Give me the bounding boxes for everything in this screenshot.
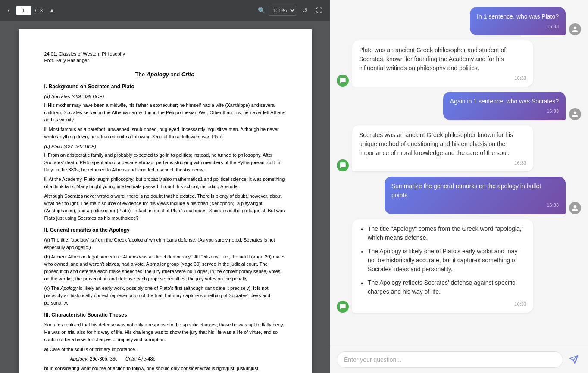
theses-item-b: b) In considering what course of action … [44, 365, 286, 372]
doc-title: The Apology and Crito [44, 70, 286, 79]
zoom-select[interactable]: 100% 50% 75% 125% 150% [269, 6, 296, 16]
theses-item-a-refs: Apology: 29e-30b, 36c Crito: 47e-48b [44, 355, 286, 363]
assistant-bullet-list: The title "Apology" comes from the Greek… [359, 224, 526, 296]
user-avatar-5 [569, 202, 581, 214]
message-row-4: Socrates was an ancient Greek philosophe… [337, 125, 581, 172]
chat-input-area [330, 346, 588, 373]
assistant-message-6: The title "Apology" comes from the Greek… [352, 219, 533, 313]
plato-p2: ii. At the Academy, Plato taught philoso… [44, 176, 286, 190]
refresh-button[interactable]: ↺ [300, 5, 310, 16]
user-message-5-text: Summarize the general remarks on the apo… [391, 183, 541, 199]
theses-item-a: a) Care of the soul is of primary import… [44, 346, 286, 353]
assistant-avatar-4 [337, 159, 349, 171]
socrates-p2: ii. Most famous as a barefoot, unwashed,… [44, 126, 286, 140]
user-message-3-time: 16:33 [450, 108, 559, 115]
page-separator: / [35, 7, 37, 14]
user-message-3: Again in 1 sentence, who was Socrates? 1… [443, 92, 566, 120]
user-message-5-time: 16:33 [391, 202, 559, 209]
assistant-message-4-time: 16:33 [359, 159, 526, 167]
assistant-message-6-time: 16:33 [359, 301, 526, 308]
bullet-item-1: The title "Apology" comes from the Greek… [359, 224, 526, 242]
user-message-1-text: In 1 sentence, who was Plato? [477, 13, 559, 20]
search-icon: 🔍 [258, 7, 265, 14]
section-3-heading: III. Characteristic Socratic Theses [44, 311, 286, 319]
assistant-message-2: Plato was an ancient Greek philosopher a… [352, 40, 533, 87]
message-row-1: In 1 sentence, who was Plato? 16:33 [337, 7, 581, 35]
pdf-toolbar: ‹ / 3 ▲ 🔍 100% 50% 75% 125% 150% ↺ ⛶ [0, 0, 330, 21]
assistant-message-2-time: 16:33 [359, 75, 526, 82]
apology-remark-a: (a) The title: 'apology' is from the Gre… [44, 236, 286, 251]
user-message-3-text: Again in 1 sentence, who was Socrates? [450, 98, 559, 105]
page-total: 3 [40, 7, 43, 14]
sub-heading-plato: (b) Plato (427–347 BCE) [44, 143, 286, 150]
message-row-6: The title "Apology" comes from the Greek… [337, 219, 581, 313]
plato-p1: i. From an aristocratic family and proba… [44, 152, 286, 174]
fullscreen-button[interactable]: ⛶ [313, 5, 325, 16]
bullet-item-3: The Apology reflects Socrates' defense a… [359, 278, 526, 296]
bullet-item-2: The Apology is likely one of Plato's ear… [359, 247, 526, 274]
assistant-message-2-text: Plato was an ancient Greek philosopher a… [359, 47, 506, 71]
chat-input[interactable] [337, 351, 563, 368]
user-avatar-3 [569, 108, 581, 120]
user-message-1-time: 16:33 [477, 23, 559, 30]
user-avatar-1 [569, 23, 581, 35]
doc-line1: 24.01: Classics of Western Philosophy [44, 51, 286, 57]
assistant-message-4: Socrates was an ancient Greek philosophe… [352, 125, 533, 172]
message-row-5: Summarize the general remarks on the apo… [337, 177, 581, 214]
message-row-3: Again in 1 sentence, who was Socrates? 1… [337, 92, 581, 120]
pdf-panel: ‹ / 3 ▲ 🔍 100% 50% 75% 125% 150% ↺ ⛶ 24.… [0, 0, 330, 373]
apology-remark-c: (c) The Apology is likely an early work,… [44, 285, 286, 307]
section-1-heading: I. Background on Socrates and Plato [44, 83, 286, 90]
send-button[interactable] [566, 352, 581, 367]
send-icon [569, 355, 579, 364]
socratic-theses-para: Socrates realized that his defense was n… [44, 321, 286, 343]
sub-heading-socrates: (a) Socrates (469–399 BCE) [44, 93, 286, 100]
assistant-avatar-6 [337, 301, 349, 313]
assistant-message-4-text: Socrates was an ancient Greek philosophe… [359, 131, 513, 156]
apology-remark-b: (b) Ancient Athenian legal procedure: At… [44, 253, 286, 283]
user-message-1: In 1 sentence, who was Plato? 16:33 [470, 7, 566, 35]
pdf-content-area: 24.01: Classics of Western Philosophy Pr… [0, 21, 330, 373]
socrates-general-para: Although Socrates never wrote a word, th… [44, 193, 286, 222]
prev-page-button[interactable]: ‹ [5, 5, 13, 16]
doc-line2: Prof. Sally Haslanger [44, 57, 286, 64]
section-2-heading: II. General remarks on the Apology [44, 226, 286, 234]
up-button[interactable]: ▲ [47, 5, 58, 16]
assistant-avatar-2 [337, 75, 349, 87]
user-message-5: Summarize the general remarks on the apo… [385, 177, 566, 214]
pdf-page: 24.01: Classics of Western Philosophy Pr… [19, 29, 312, 373]
socrates-p1: i. His mother may have been a midwife, h… [44, 102, 286, 124]
page-number-input[interactable] [16, 6, 31, 15]
message-row-2: Plato was an ancient Greek philosopher a… [337, 40, 581, 87]
doc-header: 24.01: Classics of Western Philosophy Pr… [44, 51, 286, 64]
chat-panel: In 1 sentence, who was Plato? 16:33 Plat… [330, 0, 588, 373]
chat-messages: In 1 sentence, who was Plato? 16:33 Plat… [330, 0, 588, 346]
